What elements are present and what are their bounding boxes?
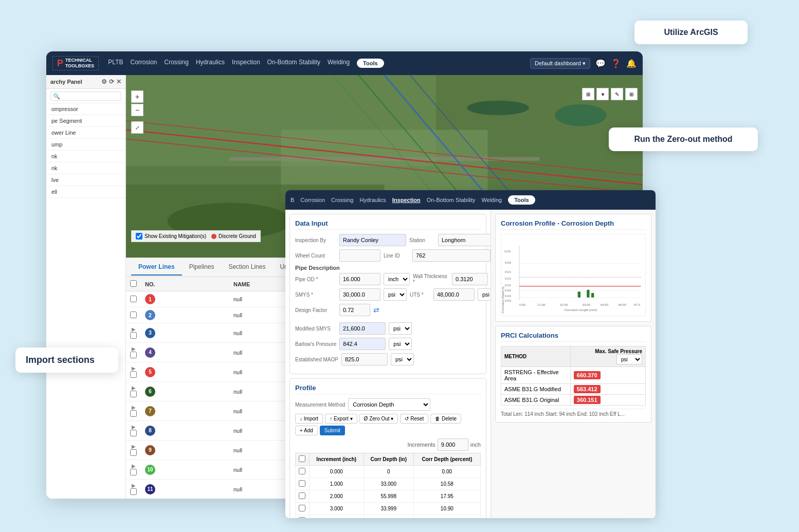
settings-icon[interactable]: ⚙ (101, 78, 107, 85)
measurement-method-select[interactable]: Corrosion Depth (348, 398, 430, 411)
expand-arrow[interactable]: ▶ (132, 385, 136, 391)
sidebar-item-tank1[interactable]: nk (46, 151, 125, 162)
dashboard-dropdown[interactable]: Default dashboard ▾ (530, 58, 590, 69)
sidebar-search-input[interactable] (50, 91, 121, 101)
export-button[interactable]: ↑ Export ▾ (325, 414, 357, 424)
wall-thick-input[interactable] (452, 273, 488, 285)
pipe-od-unit-select[interactable]: inch (384, 273, 410, 285)
row-checkbox[interactable] (130, 371, 137, 378)
sidebar-item-power-line[interactable]: ower Line (46, 127, 125, 139)
smys-input[interactable] (339, 288, 380, 301)
zoom-out-button[interactable]: − (131, 104, 143, 116)
second-nav-welding[interactable]: Welding (482, 197, 502, 203)
smys-unit-select[interactable]: psi (384, 288, 407, 301)
sidebar-item-compressor[interactable]: ompressor (46, 103, 125, 115)
reset-button[interactable]: ↺ Reset (400, 414, 428, 424)
profile-row-checkbox[interactable] (299, 480, 305, 487)
nav-inspection[interactable]: Inspection (232, 59, 260, 68)
tab-section-lines[interactable]: Section Lines (221, 259, 273, 276)
tab-pipelines[interactable]: Pipelines (182, 259, 222, 276)
tab-power-lines[interactable]: Power Lines (131, 259, 182, 276)
pipe-od-input[interactable] (339, 273, 380, 285)
profile-row-checkbox[interactable] (299, 517, 305, 518)
sidebar-item-pump[interactable]: ump (46, 139, 125, 151)
uts-input[interactable] (433, 288, 475, 301)
sidebar-item-well[interactable]: ell (46, 186, 125, 198)
row-checkbox[interactable] (130, 296, 137, 302)
expand-arrow[interactable]: ▶ (132, 365, 136, 371)
nav-crossing[interactable]: Crossing (165, 59, 189, 68)
refresh-icon[interactable]: ⟳ (109, 78, 114, 85)
row-checkbox[interactable] (130, 391, 137, 397)
mod-smys-input[interactable] (339, 322, 386, 335)
chat-icon[interactable]: 💬 (595, 59, 606, 68)
nav-pltb[interactable]: PLTB (108, 59, 123, 68)
station-input[interactable] (438, 234, 491, 246)
second-nav-on-bottom[interactable]: On-Bottom Stability (427, 197, 476, 203)
second-nav-hydraulics[interactable]: Hydraulics (359, 197, 386, 203)
row-checkbox[interactable] (130, 332, 137, 339)
sidebar-item-valve[interactable]: lve (46, 174, 125, 186)
row-checkbox[interactable] (130, 449, 137, 456)
zero-out-button[interactable]: Ø Zero Out ▾ (359, 414, 398, 424)
row-checkbox[interactable] (130, 311, 137, 318)
row-checkbox[interactable] (130, 469, 137, 475)
row-checkbox[interactable] (130, 430, 137, 436)
wheel-count-input[interactable] (339, 249, 380, 262)
show-mitigations-input[interactable] (136, 233, 142, 240)
expand-arrow[interactable]: ▶ (132, 405, 136, 410)
expand-arrow[interactable]: ▶ (132, 444, 136, 449)
sidebar-item-tank2[interactable]: nk (46, 162, 125, 174)
help-icon[interactable]: ❓ (611, 59, 621, 68)
inspection-by-input[interactable] (339, 234, 406, 246)
expand-arrow[interactable]: ▶ (132, 326, 136, 332)
sidebar-item-pipe-segment[interactable]: pe Segment (46, 115, 125, 127)
add-button[interactable]: + Add (295, 426, 318, 435)
expand-arrow[interactable]: ▶ (132, 424, 136, 430)
profile-row-checkbox[interactable] (299, 505, 305, 511)
row-checkbox[interactable] (130, 352, 137, 358)
row-checkbox[interactable] (130, 488, 137, 495)
tools-button[interactable]: Tools (357, 59, 384, 68)
uts-unit-select[interactable]: psi (478, 288, 491, 301)
row-checkbox[interactable] (130, 410, 137, 417)
import-button[interactable]: ↓ Import (295, 414, 323, 424)
nav-hydraulics[interactable]: Hydraulics (196, 59, 225, 68)
edit-icon[interactable]: ✎ (611, 88, 623, 100)
grid-icon[interactable]: ⊞ (625, 88, 638, 100)
est-maop-unit-select[interactable]: psi (391, 353, 414, 365)
expand-arrow[interactable]: ▶ (132, 463, 136, 469)
show-mitigations-checkbox[interactable]: Show Existing Mitigation(s) (136, 233, 206, 240)
close-sidebar-icon[interactable]: ✕ (116, 78, 121, 85)
extent-button[interactable]: ⤢ (131, 121, 143, 134)
mod-smys-unit-select[interactable]: psi (389, 322, 412, 335)
design-factor-swap-icon[interactable]: ⇄ (373, 306, 379, 314)
select-all-checkbox[interactable] (130, 280, 137, 287)
expand-arrow[interactable]: ▶ (132, 346, 136, 352)
est-maop-input[interactable] (341, 353, 388, 365)
barlows-unit-select[interactable]: psi (389, 338, 412, 350)
zoom-in-button[interactable]: + (131, 90, 143, 103)
delete-button[interactable]: 🗑 Delete (430, 414, 461, 424)
nav-welding[interactable]: Welding (328, 59, 350, 68)
increments-input[interactable] (438, 438, 468, 451)
second-tools-button[interactable]: Tools (508, 195, 535, 205)
nav-on-bottom[interactable]: On-Bottom Stability (267, 59, 320, 68)
second-nav-corrosion[interactable]: Corrosion (300, 197, 325, 203)
layer-arrow-icon[interactable]: ▾ (596, 88, 609, 100)
profile-row-checkbox[interactable] (299, 492, 305, 499)
barlows-input[interactable] (339, 338, 386, 350)
layer-toggle-icon[interactable]: ⊞ (582, 88, 594, 100)
profile-row-checkbox[interactable] (299, 468, 305, 474)
prci-unit-select[interactable]: psi (616, 354, 642, 364)
second-nav-crossing[interactable]: Crossing (331, 197, 353, 203)
nav-corrosion[interactable]: Corrosion (130, 59, 157, 68)
second-nav-inspection[interactable]: Inspection (392, 197, 421, 203)
bell-icon[interactable]: 🔔 (626, 59, 637, 68)
profile-select-all[interactable] (299, 455, 305, 462)
second-nav-b[interactable]: B (290, 197, 294, 203)
expand-arrow[interactable]: ▶ (132, 483, 136, 488)
design-factor-input[interactable] (339, 304, 370, 316)
line-id-input[interactable] (412, 249, 491, 262)
submit-button[interactable]: Submit (320, 426, 345, 435)
